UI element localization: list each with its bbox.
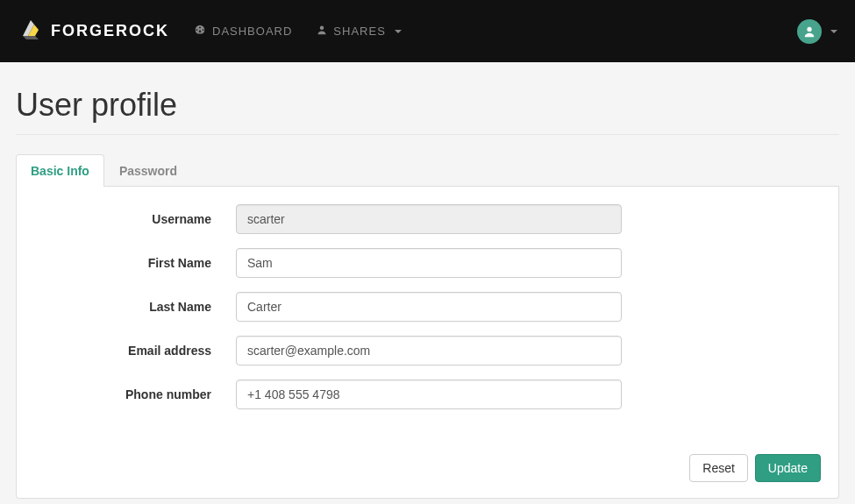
row-last-name: Last Name	[34, 292, 821, 322]
main-container: User profile Basic Info Password Usernam…	[0, 62, 855, 499]
update-button[interactable]: Update	[755, 454, 821, 482]
nav-shares[interactable]: SHARES	[317, 25, 401, 38]
reset-button[interactable]: Reset	[689, 454, 748, 482]
label-email: Email address	[34, 344, 236, 358]
navbar-left: FORGEROCK DASHBOARD SHARES	[18, 17, 402, 46]
row-email: Email address	[34, 336, 821, 366]
tab-password[interactable]: Password	[104, 154, 192, 187]
nav-dashboard-label: DASHBOARD	[212, 25, 292, 38]
row-phone: Phone number	[34, 380, 821, 409]
svg-point-4	[807, 26, 811, 31]
input-username	[236, 204, 622, 234]
chevron-down-icon	[830, 30, 837, 33]
brand-text: FORGEROCK	[51, 22, 169, 40]
chevron-down-icon	[395, 30, 402, 33]
form-actions: Reset Update	[34, 423, 821, 482]
row-first-name: First Name	[34, 248, 821, 278]
user-menu[interactable]	[797, 19, 837, 44]
label-first-name: First Name	[34, 256, 236, 270]
brand-logo-icon	[18, 17, 44, 46]
input-last-name[interactable]	[236, 292, 622, 322]
navbar: FORGEROCK DASHBOARD SHARES	[0, 0, 855, 62]
input-first-name[interactable]	[236, 248, 622, 278]
nav-shares-label: SHARES	[333, 25, 385, 38]
svg-point-3	[320, 26, 324, 31]
page-title: User profile	[16, 87, 839, 135]
input-email[interactable]	[236, 336, 622, 366]
dashboard-icon	[194, 24, 206, 39]
tabs: Basic Info Password	[16, 154, 839, 187]
row-username: Username	[34, 204, 821, 234]
label-username: Username	[34, 212, 236, 226]
input-phone[interactable]	[236, 380, 622, 409]
basic-info-panel: Username First Name Last Name Email addr…	[16, 187, 839, 499]
tab-basic-info[interactable]: Basic Info	[16, 154, 104, 187]
label-last-name: Last Name	[34, 300, 236, 314]
label-phone: Phone number	[34, 387, 236, 401]
brand-link[interactable]: FORGEROCK	[18, 17, 169, 46]
avatar	[797, 19, 822, 44]
user-icon	[317, 25, 327, 38]
nav-dashboard[interactable]: DASHBOARD	[194, 24, 292, 39]
svg-marker-2	[23, 36, 39, 39]
